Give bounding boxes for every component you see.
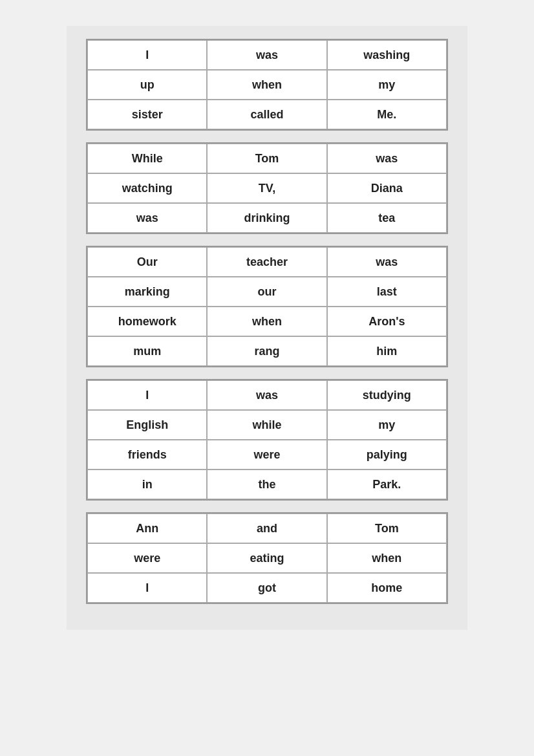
- word-cell-5-1-3: Tom: [327, 513, 447, 543]
- word-cell-4-3-3: palying: [327, 440, 447, 470]
- word-row-4-2: Englishwhilemy: [87, 410, 447, 440]
- word-cell-5-2-3: when: [327, 543, 447, 573]
- word-cell-3-2-3: last: [327, 277, 447, 307]
- sentence-group-5: AnnandTomwereeatingwhenIgothome: [86, 512, 448, 604]
- word-row-5-1: AnnandTom: [87, 513, 447, 543]
- word-cell-4-4-1: in: [87, 470, 207, 499]
- word-row-2-1: WhileTomwas: [87, 144, 447, 173]
- word-cell-1-1-3: washing: [327, 40, 447, 70]
- word-cell-4-2-1: English: [87, 410, 207, 440]
- word-cell-4-4-3: Park.: [327, 470, 447, 499]
- word-cell-3-2-1: marking: [87, 277, 207, 307]
- word-cell-3-3-2: when: [207, 307, 326, 336]
- word-cell-4-2-3: my: [327, 410, 447, 440]
- word-cell-1-3-3: Me.: [327, 100, 447, 129]
- word-cell-4-3-1: friends: [87, 440, 207, 470]
- sentence-group-4: IwasstudyingEnglishwhilemyfriendswerepal…: [86, 379, 448, 501]
- word-cell-3-4-1: mum: [87, 336, 207, 366]
- word-cell-5-2-1: were: [87, 543, 207, 573]
- word-cell-1-2-2: when: [207, 70, 326, 100]
- word-row-2-3: wasdrinkingtea: [87, 203, 447, 233]
- word-row-4-1: Iwasstudying: [87, 380, 447, 410]
- word-cell-1-3-2: called: [207, 100, 326, 129]
- sentence-group-2: WhileTomwaswatchingTV,Dianawasdrinkingte…: [86, 142, 448, 234]
- word-cell-5-3-3: home: [327, 573, 447, 603]
- main-page: IwaswashingupwhenmysistercalledMe.WhileT…: [67, 26, 467, 630]
- word-cell-2-2-3: Diana: [327, 173, 447, 203]
- word-cell-2-3-2: drinking: [207, 203, 326, 233]
- word-cell-5-3-1: I: [87, 573, 207, 603]
- word-cell-1-3-1: sister: [87, 100, 207, 129]
- word-row-1-2: upwhenmy: [87, 70, 447, 100]
- word-row-1-1: Iwaswashing: [87, 40, 447, 70]
- word-cell-3-1-2: teacher: [207, 247, 326, 277]
- word-row-3-2: markingourlast: [87, 277, 447, 307]
- word-cell-2-1-3: was: [327, 144, 447, 173]
- word-cell-2-3-1: was: [87, 203, 207, 233]
- word-row-4-4: inthePark.: [87, 470, 447, 499]
- word-cell-3-4-2: rang: [207, 336, 326, 366]
- word-cell-1-2-1: up: [87, 70, 207, 100]
- word-cell-4-1-3: studying: [327, 380, 447, 410]
- word-cell-4-3-2: were: [207, 440, 326, 470]
- word-cell-5-3-2: got: [207, 573, 326, 603]
- word-row-2-2: watchingTV,Diana: [87, 173, 447, 203]
- word-row-3-3: homeworkwhenAron's: [87, 307, 447, 336]
- word-cell-3-3-3: Aron's: [327, 307, 447, 336]
- word-cell-4-2-2: while: [207, 410, 326, 440]
- word-cell-1-1-1: I: [87, 40, 207, 70]
- word-cell-3-1-3: was: [327, 247, 447, 277]
- word-row-3-1: Ourteacherwas: [87, 247, 447, 277]
- word-cell-4-4-2: the: [207, 470, 326, 499]
- word-cell-2-2-2: TV,: [207, 173, 326, 203]
- sentence-group-1: IwaswashingupwhenmysistercalledMe.: [86, 39, 448, 131]
- word-cell-5-2-2: eating: [207, 543, 326, 573]
- word-cell-3-3-1: homework: [87, 307, 207, 336]
- word-cell-2-1-2: Tom: [207, 144, 326, 173]
- word-cell-2-2-1: watching: [87, 173, 207, 203]
- word-cell-4-1-2: was: [207, 380, 326, 410]
- word-row-5-3: Igothome: [87, 573, 447, 603]
- word-cell-1-2-3: my: [327, 70, 447, 100]
- word-cell-2-1-1: While: [87, 144, 207, 173]
- word-cell-2-3-3: tea: [327, 203, 447, 233]
- word-row-3-4: mumranghim: [87, 336, 447, 366]
- word-row-1-3: sistercalledMe.: [87, 100, 447, 129]
- word-cell-3-2-2: our: [207, 277, 326, 307]
- word-cell-5-1-1: Ann: [87, 513, 207, 543]
- word-row-4-3: friendswerepalying: [87, 440, 447, 470]
- sentence-group-3: OurteacherwasmarkingourlasthomeworkwhenA…: [86, 246, 448, 367]
- word-cell-4-1-1: I: [87, 380, 207, 410]
- word-cell-1-1-2: was: [207, 40, 326, 70]
- word-cell-3-1-1: Our: [87, 247, 207, 277]
- word-row-5-2: wereeatingwhen: [87, 543, 447, 573]
- word-cell-3-4-3: him: [327, 336, 447, 366]
- word-cell-5-1-2: and: [207, 513, 326, 543]
